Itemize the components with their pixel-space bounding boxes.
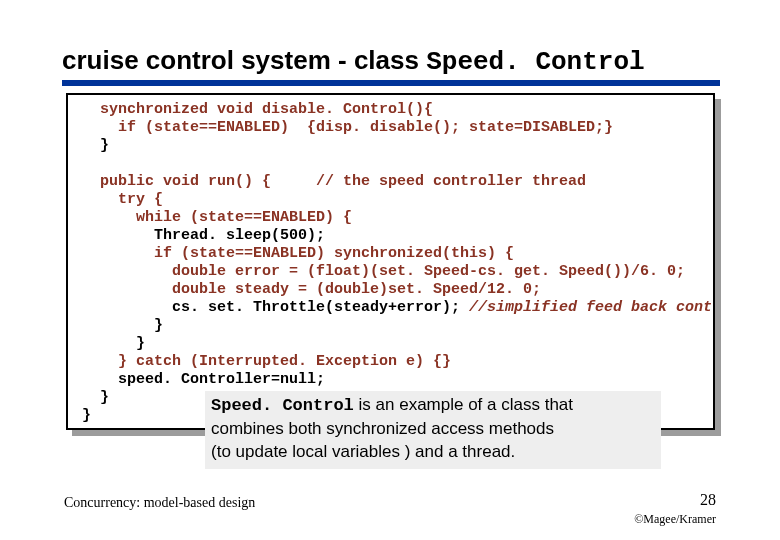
code-line: Thread. sleep(500); [82, 227, 325, 244]
code-line: } [82, 389, 109, 406]
slide: cruise control system - class Speed. Con… [0, 0, 780, 540]
note-line2: combines both synchronized access method… [211, 419, 554, 438]
code-line: if (state==ENABLED) synchronized(this) { [82, 245, 514, 262]
code-line: cs. set. Throttle(steady+error); [82, 299, 469, 316]
code-listing: synchronized void disable. Control(){ if… [82, 101, 713, 425]
title-classname: Speed. Control [426, 47, 644, 77]
code-line: } [82, 317, 163, 334]
code-line: public void run() { // the speed control… [82, 173, 586, 190]
code-line: synchronized void disable. Control(){ [82, 101, 433, 118]
code-line: } [82, 407, 91, 424]
code-box: synchronized void disable. Control(){ if… [66, 93, 715, 430]
code-line: speed. Controller=null; [82, 371, 325, 388]
note-box: Speed. Control is an example of a class … [205, 391, 661, 469]
note-line3: (to update local variables ) and a threa… [211, 442, 515, 461]
code-line: } [82, 137, 109, 154]
code-line: while (state==ENABLED) { [82, 209, 352, 226]
code-line: try { [82, 191, 163, 208]
code-line: } catch (Interrupted. Exception e) {} [82, 353, 451, 370]
page-number: 28 [700, 491, 716, 509]
code-line: } [82, 335, 145, 352]
code-comment: //simplified feed back control [469, 299, 715, 316]
footer-credit: ©Magee/Kramer [634, 512, 716, 527]
title-text: cruise control system - class [62, 45, 426, 75]
code-line: double error = (float)(set. Speed-cs. ge… [82, 263, 685, 280]
note-classname: Speed. Control [211, 396, 354, 415]
title-underline [62, 80, 720, 86]
code-line: if (state==ENABLED) {disp. disable(); st… [82, 119, 613, 136]
code-line: double steady = (double)set. Speed/12. 0… [82, 281, 541, 298]
page-title: cruise control system - class Speed. Con… [62, 45, 645, 77]
note-line1: is an example of a class that [354, 395, 573, 414]
footer-left: Concurrency: model-based design [64, 495, 255, 511]
